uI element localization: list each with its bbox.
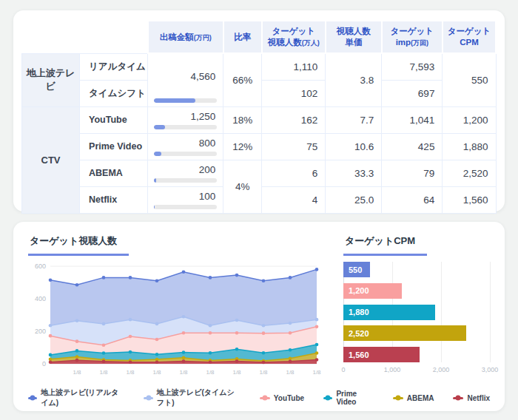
cpm-bar-3[interactable]: 2,520	[343, 325, 466, 341]
legend-label: 地上波テレビ(リアルタイム)	[41, 387, 124, 408]
data-point[interactable]	[289, 331, 292, 335]
data-point[interactable]	[155, 322, 159, 326]
data-point[interactable]	[289, 359, 292, 363]
cpm-bar-4[interactable]: 1,560	[343, 347, 420, 362]
cpm-primevideo: 1,880	[443, 133, 496, 160]
bar-x-tick: 3,000	[482, 366, 499, 373]
data-point[interactable]	[315, 325, 319, 329]
data-point[interactable]	[49, 358, 53, 362]
data-point[interactable]	[235, 348, 239, 351]
data-point[interactable]	[182, 331, 186, 335]
data-point[interactable]	[209, 361, 212, 365]
data-point[interactable]	[129, 318, 132, 322]
data-point[interactable]	[289, 322, 292, 325]
data-point[interactable]	[75, 339, 79, 343]
viewers-realtime: 1,110	[262, 53, 326, 80]
data-point[interactable]	[49, 324, 53, 328]
data-point[interactable]	[155, 280, 159, 283]
data-point[interactable]	[102, 351, 106, 355]
cpm-bar-1[interactable]: 1,200	[343, 283, 402, 299]
data-point[interactable]	[315, 268, 319, 271]
data-point[interactable]	[75, 359, 79, 362]
legend-dot-icon	[456, 396, 461, 401]
charts-row: ターゲット視聴人数 02004006001/81/81/81/81/81/81/…	[28, 234, 490, 380]
data-point[interactable]	[262, 361, 266, 365]
data-point[interactable]	[49, 353, 53, 357]
data-point[interactable]	[129, 335, 132, 339]
chart-legend: 地上波テレビ(リアルタイム)地上波テレビ(タイムシフト)YouTubePrime…	[28, 387, 490, 408]
data-point[interactable]	[182, 350, 186, 354]
data-point[interactable]	[129, 350, 132, 354]
data-point[interactable]	[102, 276, 106, 280]
data-point[interactable]	[235, 319, 239, 322]
data-point[interactable]	[102, 343, 106, 347]
spend-abema-cell: 200	[148, 160, 223, 186]
data-point[interactable]	[49, 361, 53, 365]
header-unit-price-line1: 視聴人数	[337, 27, 371, 35]
data-point[interactable]	[102, 322, 106, 326]
legend-item-5[interactable]: Netflix	[453, 394, 490, 402]
legend-item-2[interactable]: YouTube	[260, 394, 304, 402]
data-point[interactable]	[315, 343, 319, 347]
data-point[interactable]	[129, 361, 132, 365]
data-point[interactable]	[289, 348, 292, 352]
data-point[interactable]	[262, 280, 266, 283]
legend-item-3[interactable]: Prime Video	[323, 390, 374, 406]
header-cpm-line1: ターゲット	[448, 27, 491, 35]
data-point[interactable]	[75, 283, 79, 287]
cpm-bar-0[interactable]: 550	[343, 262, 370, 277]
channel-abema: ABEMA	[80, 160, 148, 186]
legend-item-4[interactable]: ABEMA	[393, 394, 434, 402]
header-imp-line2: imp	[396, 38, 411, 47]
legend-dot-icon	[326, 396, 331, 401]
data-point[interactable]	[209, 331, 212, 335]
x-tick-label: 1/8	[126, 369, 135, 376]
data-point[interactable]	[289, 276, 292, 280]
data-point[interactable]	[209, 351, 212, 355]
data-point[interactable]	[182, 270, 186, 274]
unit-price-netflix: 25.0	[326, 186, 382, 213]
bar-value-label: 550	[343, 265, 362, 274]
viewers-primevideo: 75	[262, 133, 326, 160]
data-point[interactable]	[49, 334, 53, 338]
media-metrics-table: 出稿金額(万円) 比率 ターゲット 視聴人数(万人) 視聴人数 単価 ターゲット…	[21, 20, 497, 214]
data-point[interactable]	[182, 356, 186, 360]
data-point[interactable]	[129, 276, 132, 280]
header-viewers-line1: ターゲット	[272, 27, 315, 35]
data-point[interactable]	[75, 349, 79, 353]
spend-terrestrial-cell: 4,560	[148, 53, 223, 106]
data-point[interactable]	[315, 358, 319, 362]
legend-item-1[interactable]: 地上波テレビ(タイムシフト)	[144, 387, 240, 408]
data-point[interactable]	[235, 359, 239, 363]
bar-x-tick: 0	[341, 366, 345, 373]
data-point[interactable]	[182, 359, 186, 363]
data-point[interactable]	[262, 331, 266, 335]
data-point[interactable]	[155, 353, 159, 356]
data-point[interactable]	[262, 324, 266, 328]
data-point[interactable]	[102, 359, 106, 363]
legend-label: YouTube	[274, 394, 304, 402]
viewers-netflix: 4	[262, 186, 326, 213]
data-point[interactable]	[209, 324, 212, 328]
data-point[interactable]	[75, 319, 79, 322]
data-point[interactable]	[235, 331, 239, 335]
data-point[interactable]	[235, 274, 239, 277]
data-point[interactable]	[182, 315, 186, 319]
legend-dot-icon	[146, 396, 151, 401]
data-point[interactable]	[155, 361, 159, 365]
header-spend-unit: (万円)	[194, 34, 212, 41]
data-point[interactable]	[315, 351, 319, 355]
data-point[interactable]	[289, 356, 292, 360]
target-viewers-chart-section: ターゲット視聴人数 02004006001/81/81/81/81/81/81/…	[28, 234, 323, 380]
legend-item-0[interactable]: 地上波テレビ(リアルタイム)	[28, 387, 124, 408]
data-point[interactable]	[209, 276, 212, 280]
spend-netflix-bar-fill	[154, 205, 155, 209]
data-point[interactable]	[315, 318, 319, 322]
data-point[interactable]	[262, 351, 266, 355]
data-point[interactable]	[155, 338, 159, 342]
data-point[interactable]	[75, 355, 79, 359]
cpm-bar-2[interactable]: 1,880	[343, 305, 435, 320]
data-point[interactable]	[49, 278, 53, 282]
imp-timeshift: 697	[382, 80, 443, 106]
group-terrestrial-label: 地上波テレビ	[22, 53, 80, 106]
